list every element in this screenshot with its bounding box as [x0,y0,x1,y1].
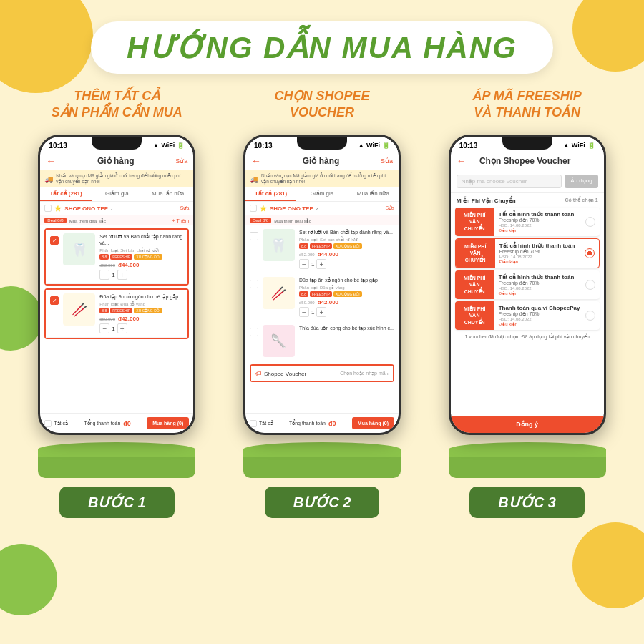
voucher-card-4[interactable]: MIỄN PHÍ VẬN CHUYỂN Thanh toán qua ví Sh… [455,301,600,330]
voucher-highlighted-2[interactable]: 🏷 Shopee Voucher Chọn hoặc nhập mã › [250,364,394,382]
shop-row-2: ⭐ SHOP ONO TEP › Sửa [245,202,399,215]
voucher-right-1: Tất cả hình thức thanh toán Freeship đến… [494,208,585,236]
steps-container: THÊM TẤT CẢ SẢN PHẨM CẦN MUA 10:13 ▲ WiF… [0,81,644,518]
qty-minus-1[interactable]: − [99,270,109,280]
phone-notch-2 [297,137,347,150]
voucher-left-2: MIỄN PHÍ VẬN CHUYỂN [456,239,495,267]
step-3-phone: 10:13 ▲ WiFi 🔋 ← Chọn Shopee Voucher [449,135,606,435]
product-img-2: 🥢 [63,293,95,326]
back-icon-3: ← [457,155,467,167]
select-all-1: Tất cả [44,420,68,427]
tab-repeat-2[interactable]: Mua lần nữa [348,187,399,201]
tab-discount-1[interactable]: Giảm giá [92,187,142,201]
status-icons-1: ▲ WiFi 🔋 [152,142,185,149]
apply-btn[interactable]: Áp dụng [565,175,597,188]
buy-btn-2[interactable]: Mua hàng (0) [352,417,394,429]
pedestal-1 [34,442,199,478]
step-1-phone: 10:13 ▲ WiFi 🔋 ← Giỏ hàng Sửa [38,135,195,435]
step-label-2: BƯỚC 2 [265,487,380,518]
tab-discount-2[interactable]: Giảm giá [296,187,347,201]
deal-badge-1: Deal 8/8 [44,218,66,223]
voucher-right-2: Tất cả hình thức thanh toán Freeship đến… [495,239,585,268]
voucher-radio-3[interactable] [585,280,595,290]
voucher-card-1[interactable]: MIỄN PHÍ VẬN CHUYỂN Tất cả hình thức tha… [455,208,600,236]
shop-row-1: ⭐ SHOP ONO TEP › Sửa [40,202,193,215]
product-item-2b: 🥢 Đũa tập ăn xỏ ngón cho bé tập gắp Phân… [245,273,399,321]
banner-1: 🚚 Nhấn vào mục Mã giảm giá ở cuối trang … [40,170,193,187]
bottom-bar-1: Tất cả Tổng thanh toán đ0 Mua hàng (0) [40,413,193,433]
voucher-left-1: MIỄN PHÍ VẬN CHUYỂN [455,208,494,235]
back-icon-1: ← [46,155,56,167]
qty-2: − 1 + [99,323,183,333]
phone-notch-3 [502,137,552,150]
time-3: 10:13 [459,142,478,150]
edit-btn-2[interactable]: Sửa [381,157,393,165]
time-2: 10:13 [254,142,273,150]
pedestal-2 [240,442,404,478]
product-checkbox-1[interactable]: ✓ [50,236,59,245]
voucher-card-2[interactable]: MIỄN PHÍ VẬN CHUYỂN Tất cả hình thức tha… [455,238,600,268]
time-1: 10:13 [49,142,67,150]
page-header: HƯỚNG DẪN MUA HÀNG [0,0,644,81]
product-item-2c: 🥄 Thìa đúa uốn cong cho bé tập xúc hình … [245,321,399,361]
product-item-2: ✓ 🥢 Đũa tập ăn xỏ ngón cho bé tập gắp Ph… [46,290,187,338]
product-item-2a: 🦷 Set rơ lưỡi và Bàn chải tập đánh răng … [245,225,399,273]
agree-btn[interactable]: Đồng ý [451,416,604,433]
step-2: CHỌN SHOPEE VOUCHER 10:13 ▲ WiFi 🔋 [225,88,419,518]
app-header-3: ← Chọn Shopee Voucher [451,152,604,170]
bottom-bar-2: Tất cả Tổng thanh toán đ0 Mua hàng (0) [245,413,399,433]
phone-notch [92,137,142,150]
phone-screen-1: 10:13 ▲ WiFi 🔋 ← Giỏ hàng Sửa [40,137,193,433]
step-3: ÁP MÃ FREESHIP VÀ THANH TOÁN 10:13 ▲ WiF… [431,88,624,518]
voucher-card-3[interactable]: MIỄN PHÍ VẬN CHUYỂN Tất cả hình thức tha… [455,270,600,299]
qty-minus-2[interactable]: − [99,323,109,333]
shop-checkbox-1[interactable] [44,205,52,212]
badges-1: 8.8 FREESHIP XU CỘNG ĐÔI [99,254,183,260]
step-1: THÊM TẤT CẢ SẢN PHẨM CẦN MUA 10:13 ▲ WiF… [20,88,213,518]
product-img-1: 🦷 [63,233,95,265]
deal-row-2: Deal 8/8 Mua thêm deal sắc [245,215,399,225]
page-title: HƯỚNG DẪN MUA HÀNG [127,31,517,64]
badges-2: 8.8 FREESHIP XU CỘNG ĐÔI [99,308,183,313]
select-all-checkbox-1[interactable] [44,420,52,427]
voucher-radio-2[interactable] [585,248,595,258]
page-wrapper: HƯỚNG DẪN MUA HÀNG THÊM TẤT CẢ SẢN PHẨM … [0,0,644,644]
product-info-2: Đũa tập ăn xỏ ngón cho bé tập gắp Phân l… [99,293,183,333]
truck-icon-1: 🚚 [44,175,53,183]
qty-plus-1[interactable]: + [117,270,127,280]
buy-btn-1[interactable]: Mua hàng (0) [147,417,189,429]
tabs-2: Tất cả (281) Giảm giá Mua lần nữa [245,187,399,202]
voucher-notice: 1 voucher đã được chọn. Đã áp dụng tải p… [451,331,604,343]
product-item-1: ✓ 🦷 Set rơ lưỡi và Bàn chải tập đánh răn… [46,230,187,284]
voucher-code-input[interactable]: Nhập mã choose voucher [457,175,562,188]
tab-repeat-1[interactable]: Mua lần nữa [142,187,193,201]
qty-plus-2[interactable]: + [117,323,127,333]
voucher-right-3: Tất cả hình thức thanh toán Freeship đến… [494,270,585,299]
tabs-1: Tất cả (281) Giảm giá Mua lần nữa [40,187,193,202]
app-header-1: ← Giỏ hàng Sửa [40,152,193,170]
price-2: đ50.000 đ42.000 [99,316,183,322]
step-2-title: CHỌN SHOPEE VOUCHER [274,88,369,127]
edit-btn-1[interactable]: Sửa [175,157,187,165]
voucher-right-4: Thanh toán qua ví ShopeePay Freeship đến… [494,301,585,330]
banner-2: 🚚 Nhấn vào mục Mã giảm giá ở cuối trang … [245,170,399,187]
step-1-title: THÊM TẤT CẢ SẢN PHẨM CẦN MUA [52,88,182,127]
step-label-3: BƯỚC 3 [469,487,585,518]
product-1-highlighted: ✓ 🦷 Set rơ lưỡi và Bàn chải tập đánh răn… [44,228,189,286]
voucher-radio-4[interactable] [585,311,595,321]
voucher-section-title: Miễn Phí Vận Chuyển Có thể chọn 1 [451,193,604,206]
decoration-blob-bl [0,544,57,615]
step-label-1: BƯỚC 1 [59,487,175,518]
product-checkbox-2[interactable]: ✓ [50,296,59,305]
product-info-1: Set rơ lưỡi và Bàn chải tập đánh răng và… [99,233,183,280]
app-title-1: Giỏ hàng [97,156,135,166]
voucher-radio-1[interactable] [585,217,595,227]
phone-screen-3: 10:13 ▲ WiFi 🔋 ← Chọn Shopee Voucher [451,137,604,433]
voucher-input-row: Nhập mã choose voucher Áp dụng [451,170,604,193]
voucher-left-3: MIỄN PHÍ VẬN CHUYỂN [455,270,494,298]
step-2-phone: 10:13 ▲ WiFi 🔋 ← Giỏ hàng Sửa [243,135,401,435]
voucher-left-4: MIỄN PHÍ VẬN CHUYỂN [455,301,494,329]
step-3-title: ÁP MÃ FREESHIP VÀ THANH TOÁN [472,88,581,127]
tab-all-1[interactable]: Tất cả (281) [40,187,91,201]
tab-all-2[interactable]: Tất cả (281) [245,187,296,201]
